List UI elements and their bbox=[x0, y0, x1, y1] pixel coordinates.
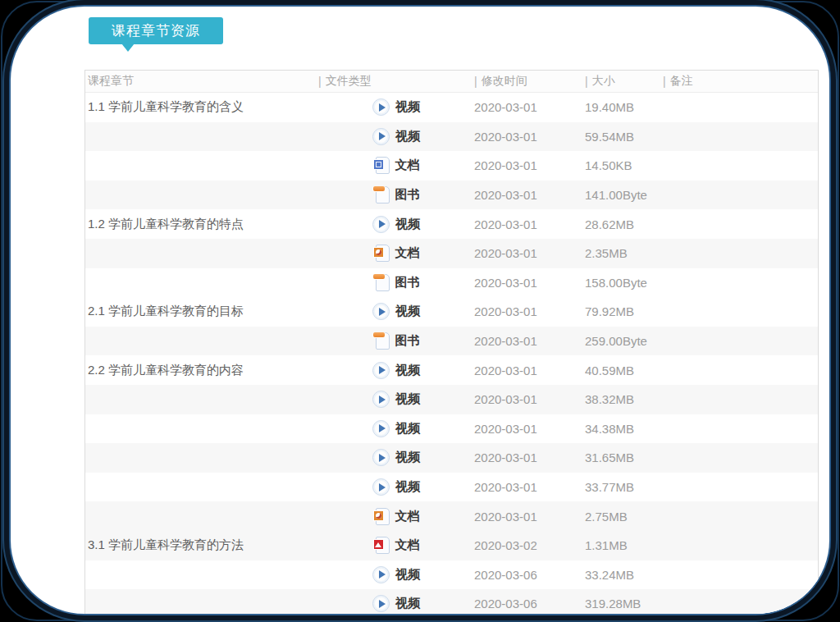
video-icon[interactable] bbox=[372, 595, 390, 612]
column-label: 课程章节 bbox=[88, 74, 134, 89]
page-title: 课程章节资源 bbox=[112, 23, 200, 39]
file-type-cell[interactable]: 文档 bbox=[318, 508, 474, 525]
modified-date-cell: 2020-03-06 bbox=[474, 597, 585, 611]
file-type-cell[interactable]: 视频 bbox=[318, 420, 474, 437]
file-size-cell: 319.28MB bbox=[585, 597, 663, 611]
book-icon[interactable] bbox=[376, 274, 390, 291]
video-icon[interactable] bbox=[372, 391, 390, 408]
file-type-cell[interactable]: 视频 bbox=[318, 216, 474, 233]
file-size-cell: 59.54MB bbox=[585, 130, 663, 144]
video-icon[interactable] bbox=[372, 362, 390, 379]
chapter-cell: 3.1 学前儿童科学教育的方法 bbox=[85, 537, 318, 553]
chapter-cell: 1.2 学前儿童科学教育的特点 bbox=[85, 217, 318, 232]
file-size-cell: 259.00Byte bbox=[585, 334, 663, 348]
bookmark-glyph bbox=[372, 274, 386, 280]
pdf-doc-icon[interactable] bbox=[376, 537, 390, 554]
file-type-label: 视频 bbox=[395, 129, 420, 144]
video-icon[interactable] bbox=[372, 128, 390, 145]
file-size-cell: 34.38MB bbox=[585, 422, 663, 436]
table-row: 3.1 学前儿童科学教育的方法文档2020-03-021.31MB bbox=[85, 531, 818, 560]
file-type-label: 视频 bbox=[395, 567, 420, 583]
badge-glyph bbox=[373, 159, 384, 170]
file-type-cell[interactable]: 视频 bbox=[318, 362, 474, 379]
video-icon[interactable] bbox=[372, 303, 390, 320]
column-label: 修改时间 bbox=[482, 74, 527, 89]
file-type-label: 文档 bbox=[395, 537, 420, 553]
file-size-cell: 28.62MB bbox=[585, 217, 663, 231]
table-row: 视频2020-03-0134.38MB bbox=[85, 414, 818, 444]
table-row: 文档2020-03-0114.50KB bbox=[85, 151, 818, 181]
file-type-cell[interactable]: 文档 bbox=[318, 157, 474, 174]
modified-date-cell: 2020-03-01 bbox=[474, 364, 585, 377]
video-icon[interactable] bbox=[372, 566, 390, 583]
badge-glyph bbox=[373, 539, 384, 550]
file-size-cell: 14.50KB bbox=[585, 158, 663, 172]
file-type-cell[interactable]: 视频 bbox=[318, 478, 474, 496]
file-type-label: 文档 bbox=[395, 245, 420, 261]
column-separator: | bbox=[663, 75, 666, 88]
modified-date-cell: 2020-03-02 bbox=[474, 538, 585, 552]
modified-date-cell: 2020-03-01 bbox=[474, 217, 585, 231]
chapter-cell: 2.1 学前儿童科学教育的目标 bbox=[85, 304, 318, 319]
column-separator: | bbox=[585, 75, 588, 88]
table-row: 视频2020-03-0131.65MB bbox=[85, 443, 818, 473]
book-icon[interactable] bbox=[376, 332, 390, 350]
file-type-cell[interactable]: 文档 bbox=[318, 245, 474, 262]
modified-date-cell: 2020-03-01 bbox=[474, 480, 585, 494]
ppt-doc-icon[interactable] bbox=[376, 508, 390, 525]
modified-date-cell: 2020-03-01 bbox=[474, 422, 585, 436]
video-icon[interactable] bbox=[372, 98, 390, 116]
modified-date-cell: 2020-03-01 bbox=[474, 188, 585, 202]
column-label: 大小 bbox=[592, 74, 615, 89]
column-separator: | bbox=[474, 75, 477, 88]
file-type-cell[interactable]: 视频 bbox=[318, 391, 474, 408]
file-type-label: 视频 bbox=[395, 217, 420, 232]
video-icon[interactable] bbox=[372, 449, 390, 466]
file-type-label: 图书 bbox=[395, 333, 420, 349]
file-type-cell[interactable]: 视频 bbox=[318, 98, 474, 116]
table-row: 2.1 学前儿童科学教育的目标视频2020-03-0179.92MB bbox=[85, 297, 818, 327]
file-size-cell: 40.59MB bbox=[585, 364, 663, 377]
bookmark-glyph bbox=[372, 332, 386, 338]
file-size-cell: 19.40MB bbox=[585, 100, 663, 114]
file-type-label: 视频 bbox=[395, 479, 420, 495]
play-glyph bbox=[379, 103, 386, 112]
modified-date-cell: 2020-03-01 bbox=[474, 450, 585, 464]
file-type-label: 视频 bbox=[395, 391, 420, 407]
play-glyph bbox=[379, 600, 386, 608]
file-type-cell[interactable]: 文档 bbox=[318, 537, 474, 554]
file-type-cell[interactable]: 视频 bbox=[318, 595, 474, 612]
play-glyph bbox=[379, 396, 386, 404]
file-size-cell: 2.75MB bbox=[585, 510, 663, 524]
video-icon[interactable] bbox=[372, 478, 390, 496]
file-type-cell[interactable]: 图书 bbox=[318, 186, 474, 204]
file-type-cell[interactable]: 视频 bbox=[318, 449, 474, 466]
file-type-cell[interactable]: 图书 bbox=[318, 274, 474, 291]
play-glyph bbox=[379, 424, 386, 432]
play-glyph bbox=[379, 220, 386, 228]
file-type-cell[interactable]: 图书 bbox=[318, 332, 474, 350]
modified-date-cell: 2020-03-01 bbox=[474, 158, 585, 172]
file-type-label: 视频 bbox=[395, 304, 420, 319]
file-type-label: 视频 bbox=[395, 363, 420, 378]
table-row: 视频2020-03-0133.77MB bbox=[85, 473, 818, 502]
ppt-doc-icon[interactable] bbox=[376, 245, 390, 262]
file-type-label: 视频 bbox=[395, 421, 420, 437]
file-size-cell: 141.00Byte bbox=[585, 188, 663, 202]
column-header: |修改时间 bbox=[474, 74, 585, 89]
column-header: 课程章节 bbox=[85, 74, 318, 89]
file-type-cell[interactable]: 视频 bbox=[318, 566, 474, 583]
file-type-cell[interactable]: 视频 bbox=[318, 128, 474, 145]
video-icon[interactable] bbox=[372, 216, 390, 233]
file-size-cell: 38.32MB bbox=[585, 392, 663, 406]
word-doc-icon[interactable] bbox=[376, 157, 390, 174]
table-row: 视频2020-03-0633.24MB bbox=[85, 560, 818, 590]
table-row: 视频2020-03-0138.32MB bbox=[85, 385, 818, 414]
table-body: 1.1 学前儿童科学教育的含义视频2020-03-0119.40MB视频2020… bbox=[85, 93, 818, 615]
file-size-cell: 31.65MB bbox=[585, 450, 663, 464]
file-size-cell: 1.31MB bbox=[585, 538, 663, 552]
book-icon[interactable] bbox=[376, 186, 390, 204]
video-icon[interactable] bbox=[372, 420, 390, 437]
play-glyph bbox=[379, 454, 386, 462]
file-type-cell[interactable]: 视频 bbox=[318, 303, 474, 320]
